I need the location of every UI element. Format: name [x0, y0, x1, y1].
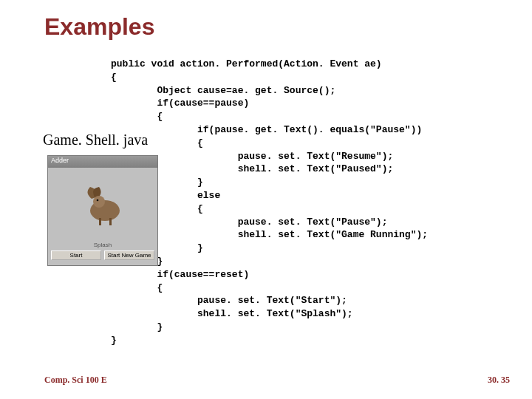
slide-title: Examples — [44, 13, 154, 41]
new-game-button[interactable]: Start New Game — [104, 250, 154, 260]
svg-rect-3 — [99, 218, 101, 225]
svg-rect-4 — [109, 218, 112, 225]
window-label: Splash — [48, 242, 157, 250]
footer-right: 30. 35 — [488, 375, 510, 386]
ram-image — [77, 183, 129, 227]
code-block: public void action. Performed(Action. Ev… — [111, 58, 428, 347]
footer-left: Comp. Sci 100 E — [44, 375, 107, 386]
window-content — [48, 168, 157, 242]
start-button[interactable]: Start — [51, 250, 101, 260]
svg-point-2 — [97, 200, 99, 202]
svg-point-1 — [93, 196, 105, 208]
slide: Examples public void action. Performed(A… — [0, 0, 532, 399]
window-titlebar: Adder — [48, 156, 157, 168]
window-buttons: Start Start New Game — [48, 250, 157, 262]
app-window: Adder Splash Start Start New Game — [47, 155, 158, 266]
file-label: Game. Shell. java — [43, 132, 148, 149]
